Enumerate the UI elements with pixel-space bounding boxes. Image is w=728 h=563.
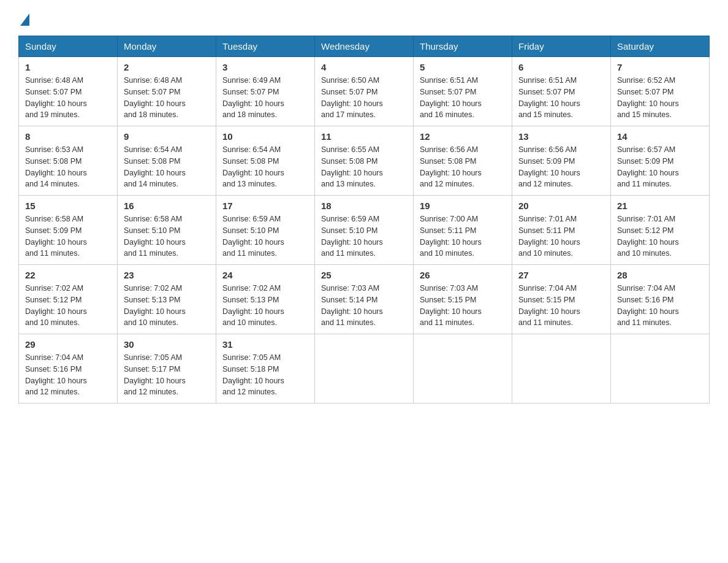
day-info: Sunrise: 7:03 AM Sunset: 5:14 PM Dayligh… <box>321 283 407 329</box>
day-info: Sunrise: 7:01 AM Sunset: 5:12 PM Dayligh… <box>617 213 703 259</box>
weekday-header-monday: Monday <box>118 36 216 57</box>
calendar-cell: 5 Sunrise: 6:51 AM Sunset: 5:07 PM Dayli… <box>414 57 512 126</box>
week-row-2: 8 Sunrise: 6:53 AM Sunset: 5:08 PM Dayli… <box>19 126 710 196</box>
calendar-cell: 7 Sunrise: 6:52 AM Sunset: 5:07 PM Dayli… <box>611 57 710 126</box>
day-number: 11 <box>321 131 407 142</box>
day-number: 17 <box>222 201 308 211</box>
day-info: Sunrise: 7:00 AM Sunset: 5:11 PM Dayligh… <box>420 213 506 259</box>
day-number: 31 <box>222 339 308 350</box>
calendar-cell: 30 Sunrise: 7:05 AM Sunset: 5:17 PM Dayl… <box>118 334 216 404</box>
calendar-cell: 18 Sunrise: 6:59 AM Sunset: 5:10 PM Dayl… <box>315 196 414 265</box>
day-info: Sunrise: 6:52 AM Sunset: 5:07 PM Dayligh… <box>617 75 703 121</box>
calendar-cell: 23 Sunrise: 7:02 AM Sunset: 5:13 PM Dayl… <box>118 265 216 334</box>
calendar-cell: 28 Sunrise: 7:04 AM Sunset: 5:16 PM Dayl… <box>611 265 710 334</box>
week-row-4: 22 Sunrise: 7:02 AM Sunset: 5:12 PM Dayl… <box>19 265 710 334</box>
day-info: Sunrise: 6:49 AM Sunset: 5:07 PM Dayligh… <box>222 75 308 121</box>
day-number: 22 <box>25 270 111 280</box>
calendar-body: 1 Sunrise: 6:48 AM Sunset: 5:07 PM Dayli… <box>19 57 710 404</box>
day-info: Sunrise: 6:58 AM Sunset: 5:09 PM Dayligh… <box>25 213 111 259</box>
calendar-cell: 16 Sunrise: 6:58 AM Sunset: 5:10 PM Dayl… <box>118 196 216 265</box>
day-info: Sunrise: 6:54 AM Sunset: 5:08 PM Dayligh… <box>124 144 210 190</box>
day-info: Sunrise: 6:57 AM Sunset: 5:09 PM Dayligh… <box>617 144 703 190</box>
day-info: Sunrise: 7:02 AM Sunset: 5:13 PM Dayligh… <box>222 283 308 329</box>
day-info: Sunrise: 7:05 AM Sunset: 5:18 PM Dayligh… <box>222 352 308 398</box>
calendar-cell: 1 Sunrise: 6:48 AM Sunset: 5:07 PM Dayli… <box>19 57 118 126</box>
weekday-header-friday: Friday <box>512 36 611 57</box>
day-info: Sunrise: 7:04 AM Sunset: 5:16 PM Dayligh… <box>617 283 703 329</box>
calendar-cell: 29 Sunrise: 7:04 AM Sunset: 5:16 PM Dayl… <box>19 334 118 404</box>
calendar-cell: 6 Sunrise: 6:51 AM Sunset: 5:07 PM Dayli… <box>512 57 611 126</box>
day-number: 21 <box>617 201 703 211</box>
day-number: 28 <box>617 270 703 280</box>
day-number: 9 <box>124 131 210 142</box>
calendar-header: SundayMondayTuesdayWednesdayThursdayFrid… <box>19 36 710 57</box>
day-number: 29 <box>25 339 111 350</box>
day-info: Sunrise: 6:51 AM Sunset: 5:07 PM Dayligh… <box>420 75 506 121</box>
day-info: Sunrise: 6:56 AM Sunset: 5:08 PM Dayligh… <box>420 144 506 190</box>
calendar-cell: 26 Sunrise: 7:03 AM Sunset: 5:15 PM Dayl… <box>414 265 512 334</box>
calendar-cell: 3 Sunrise: 6:49 AM Sunset: 5:07 PM Dayli… <box>216 57 315 126</box>
day-number: 19 <box>420 201 506 211</box>
day-number: 23 <box>124 270 210 280</box>
day-info: Sunrise: 6:55 AM Sunset: 5:08 PM Dayligh… <box>321 144 407 190</box>
calendar-cell: 19 Sunrise: 7:00 AM Sunset: 5:11 PM Dayl… <box>414 196 512 265</box>
weekday-header-saturday: Saturday <box>611 36 710 57</box>
day-info: Sunrise: 6:58 AM Sunset: 5:10 PM Dayligh… <box>124 213 210 259</box>
day-info: Sunrise: 6:48 AM Sunset: 5:07 PM Dayligh… <box>25 75 111 121</box>
calendar-cell: 2 Sunrise: 6:48 AM Sunset: 5:07 PM Dayli… <box>118 57 216 126</box>
logo <box>18 12 29 25</box>
calendar-cell: 11 Sunrise: 6:55 AM Sunset: 5:08 PM Dayl… <box>315 126 414 196</box>
calendar-cell: 31 Sunrise: 7:05 AM Sunset: 5:18 PM Dayl… <box>216 334 315 404</box>
calendar-cell: 22 Sunrise: 7:02 AM Sunset: 5:12 PM Dayl… <box>19 265 118 334</box>
calendar-cell <box>611 334 710 404</box>
day-info: Sunrise: 6:54 AM Sunset: 5:08 PM Dayligh… <box>222 144 308 190</box>
calendar-cell <box>512 334 611 404</box>
day-number: 25 <box>321 270 407 280</box>
day-number: 3 <box>222 62 308 72</box>
weekday-header-wednesday: Wednesday <box>315 36 414 57</box>
day-info: Sunrise: 7:01 AM Sunset: 5:11 PM Dayligh… <box>518 213 604 259</box>
day-number: 18 <box>321 201 407 211</box>
calendar-cell: 14 Sunrise: 6:57 AM Sunset: 5:09 PM Dayl… <box>611 126 710 196</box>
week-row-5: 29 Sunrise: 7:04 AM Sunset: 5:16 PM Dayl… <box>19 334 710 404</box>
weekday-header-thursday: Thursday <box>414 36 512 57</box>
day-number: 27 <box>518 270 604 280</box>
day-number: 5 <box>420 62 506 72</box>
calendar-cell: 12 Sunrise: 6:56 AM Sunset: 5:08 PM Dayl… <box>414 126 512 196</box>
day-info: Sunrise: 6:53 AM Sunset: 5:08 PM Dayligh… <box>25 144 111 190</box>
day-info: Sunrise: 7:04 AM Sunset: 5:16 PM Dayligh… <box>25 352 111 398</box>
calendar-cell: 24 Sunrise: 7:02 AM Sunset: 5:13 PM Dayl… <box>216 265 315 334</box>
day-info: Sunrise: 7:04 AM Sunset: 5:15 PM Dayligh… <box>518 283 604 329</box>
weekday-header-row: SundayMondayTuesdayWednesdayThursdayFrid… <box>19 36 710 57</box>
week-row-3: 15 Sunrise: 6:58 AM Sunset: 5:09 PM Dayl… <box>19 196 710 265</box>
calendar-cell: 20 Sunrise: 7:01 AM Sunset: 5:11 PM Dayl… <box>512 196 611 265</box>
calendar-cell: 27 Sunrise: 7:04 AM Sunset: 5:15 PM Dayl… <box>512 265 611 334</box>
week-row-1: 1 Sunrise: 6:48 AM Sunset: 5:07 PM Dayli… <box>19 57 710 126</box>
day-number: 14 <box>617 131 703 142</box>
day-number: 1 <box>25 62 111 72</box>
day-info: Sunrise: 6:59 AM Sunset: 5:10 PM Dayligh… <box>222 213 308 259</box>
calendar-cell: 21 Sunrise: 7:01 AM Sunset: 5:12 PM Dayl… <box>611 196 710 265</box>
day-info: Sunrise: 6:51 AM Sunset: 5:07 PM Dayligh… <box>518 75 604 121</box>
day-info: Sunrise: 6:48 AM Sunset: 5:07 PM Dayligh… <box>124 75 210 121</box>
day-number: 30 <box>124 339 210 350</box>
day-info: Sunrise: 7:02 AM Sunset: 5:12 PM Dayligh… <box>25 283 111 329</box>
day-number: 15 <box>25 201 111 211</box>
calendar-cell: 9 Sunrise: 6:54 AM Sunset: 5:08 PM Dayli… <box>118 126 216 196</box>
day-number: 13 <box>518 131 604 142</box>
calendar-cell <box>315 334 414 404</box>
day-number: 26 <box>420 270 506 280</box>
calendar-cell: 8 Sunrise: 6:53 AM Sunset: 5:08 PM Dayli… <box>19 126 118 196</box>
day-number: 24 <box>222 270 308 280</box>
day-info: Sunrise: 6:50 AM Sunset: 5:07 PM Dayligh… <box>321 75 407 121</box>
day-number: 4 <box>321 62 407 72</box>
calendar-cell <box>414 334 512 404</box>
day-info: Sunrise: 7:05 AM Sunset: 5:17 PM Dayligh… <box>124 352 210 398</box>
day-info: Sunrise: 6:56 AM Sunset: 5:09 PM Dayligh… <box>518 144 604 190</box>
day-info: Sunrise: 6:59 AM Sunset: 5:10 PM Dayligh… <box>321 213 407 259</box>
calendar-cell: 10 Sunrise: 6:54 AM Sunset: 5:08 PM Dayl… <box>216 126 315 196</box>
day-number: 6 <box>518 62 604 72</box>
page-header <box>18 12 710 25</box>
day-number: 12 <box>420 131 506 142</box>
day-number: 10 <box>222 131 308 142</box>
